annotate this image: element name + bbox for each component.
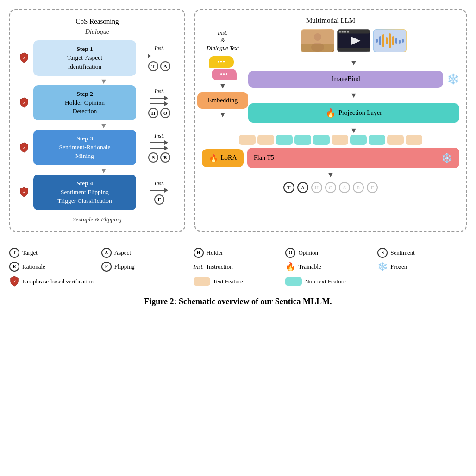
step-4-box: Step 4 Sentiment FlippingTrigger Classif…: [33, 175, 136, 210]
step-1-inst-label: Inst.: [155, 45, 164, 52]
media-video-thumbnail: [337, 29, 370, 52]
step-1-name: Target-AspectIdentification: [40, 54, 130, 71]
step-2-name: Holder-OpinionDetection: [40, 99, 130, 116]
legend-nontext-feature: Non-text Feature: [285, 276, 375, 288]
down-arrow-imagebind: ▼: [350, 91, 357, 100]
step-2-number: Step 2: [40, 90, 130, 99]
token-3: [332, 135, 348, 145]
token-teal-1: [276, 135, 293, 145]
media-row: [248, 29, 459, 52]
fire-lora: 🔥: [209, 154, 218, 163]
step-4-number: Step 4: [40, 179, 130, 188]
snowflake-imagebind: ❄️: [447, 73, 459, 85]
legend-label-T: Target: [22, 249, 38, 257]
out-badge-T: T: [283, 182, 294, 193]
step-1-inst-area: Inst. T A: [141, 45, 178, 71]
cos-steps-area: ✓ Step 1 Target-AspectIdentification Ins…: [17, 40, 178, 212]
embedding-box: Embedding: [197, 92, 248, 109]
step-4-inst-area: Inst. F: [141, 180, 178, 205]
connector-2-3: ▼: [17, 122, 178, 130]
svg-rect-24: [399, 40, 401, 44]
svg-text:✓: ✓: [23, 56, 26, 60]
badge-F: F: [154, 194, 164, 205]
shield-icon-4: ✓: [19, 186, 29, 198]
step-3-row: ✓ Step 3 Sentiment-RationaleMining Inst.: [17, 130, 178, 165]
step-2-row: ✓ Step 2 Holder-OpinionDetection Inst.: [17, 85, 178, 121]
token-teal-3: [313, 135, 330, 145]
svg-rect-10: [338, 48, 370, 52]
flant5-box: Flan T5 ❄️: [247, 148, 459, 168]
step-1-badges: T A: [148, 61, 170, 71]
connector-1-2: ▼: [17, 78, 178, 85]
svg-point-5: [314, 33, 321, 41]
bubble-pink-dots: •••: [220, 71, 228, 78]
badge-T: T: [148, 61, 158, 71]
connector-3-4: ▼: [17, 167, 178, 175]
legend-label-R: Rationale: [22, 263, 45, 270]
flant5-label: Flan T5: [254, 154, 274, 162]
step-1-number: Step 1: [40, 45, 130, 54]
legend-label-A: Aspect: [114, 249, 131, 257]
legend-label-nontext-feature: Non-text Feature: [305, 278, 345, 285]
legend-trainable: 🔥 Trainable: [285, 262, 375, 272]
imagebind-label: ImageBind: [331, 75, 360, 82]
projection-box: 🔥 Projection Layer: [248, 103, 459, 123]
legend-inst-symbol: Inst.: [194, 263, 204, 270]
token-4: [387, 135, 404, 145]
step-1-box: Step 1 Target-AspectIdentification: [33, 40, 136, 76]
mllm-box: Multimodal LLM Inst.&Dialogue Text ••• •…: [194, 9, 467, 232]
legend-label-trainable: Trainable: [298, 263, 321, 270]
token-1: [239, 135, 256, 145]
bubble-yellow-dots: •••: [217, 58, 225, 65]
step-3-inst-area: Inst. S R: [141, 132, 178, 163]
legend-circle-S: S: [377, 248, 388, 258]
tokens-row: [202, 135, 459, 145]
down-arrow-2: ▼: [100, 122, 107, 130]
step-4-inst-label: Inst.: [155, 180, 164, 187]
token-teal-4: [350, 135, 367, 145]
cos-reasoning-box: CoS Reasoning Dialogue ✓ Step 1 T: [9, 9, 185, 232]
out-badge-A: A: [297, 182, 308, 193]
svg-rect-14: [344, 31, 346, 33]
imagebind-box: ImageBind: [248, 71, 443, 88]
legend-label-shield: Paraphrase-based verification: [22, 278, 94, 285]
chat-bubbles: ••• •••: [209, 56, 237, 80]
legend-T: T Target: [9, 248, 99, 258]
step-1-arrow: [148, 53, 171, 59]
legend-text-feature: Text Feature: [194, 276, 283, 288]
step-3-number: Step 3: [40, 134, 130, 143]
svg-text:✓: ✓: [23, 101, 26, 105]
legend-circle-O: O: [285, 248, 295, 258]
down-arrow-3: ▼: [100, 167, 107, 175]
fire-projection: 🔥: [326, 108, 336, 118]
down-arrow-media: ▼: [350, 59, 357, 67]
legend-inst: Inst. Instruction: [194, 262, 283, 272]
badge-A: A: [160, 61, 170, 71]
lora-label: LoRA: [221, 154, 237, 162]
step-3-badges: S R: [148, 152, 170, 163]
lora-box: 🔥 LoRA: [202, 149, 244, 167]
step-3-inst-label: Inst.: [155, 132, 164, 139]
legend-label-F: Flipping: [114, 263, 135, 270]
svg-rect-13: [342, 31, 344, 33]
snowflake-flant5: ❄️: [441, 152, 453, 163]
step-4-name: Sentiment FlippingTrigger Classification: [40, 188, 130, 206]
svg-rect-20: [386, 37, 388, 44]
legend-S: S Sentiment: [377, 248, 467, 258]
svg-rect-25: [402, 39, 404, 43]
out-badge-O: O: [325, 182, 336, 193]
shield-legend-icon: ✓: [9, 276, 19, 288]
down-arrow-proj: ▼: [350, 126, 357, 135]
down-arrow-1: ▼: [100, 77, 107, 86]
shield-icon-3: ✓: [19, 142, 29, 154]
svg-text:✓: ✓: [13, 279, 16, 283]
badge-S: S: [148, 152, 158, 163]
svg-rect-12: [339, 31, 341, 33]
media-audio-thumbnail: [373, 29, 407, 52]
svg-rect-21: [389, 33, 391, 48]
snowflake-legend-icon: ❄️: [377, 262, 388, 272]
diagram-area: CoS Reasoning Dialogue ✓ Step 1 T: [9, 9, 467, 232]
legend-circle-R: R: [9, 262, 19, 272]
svg-rect-22: [392, 36, 394, 45]
token-teal-2: [294, 135, 311, 145]
